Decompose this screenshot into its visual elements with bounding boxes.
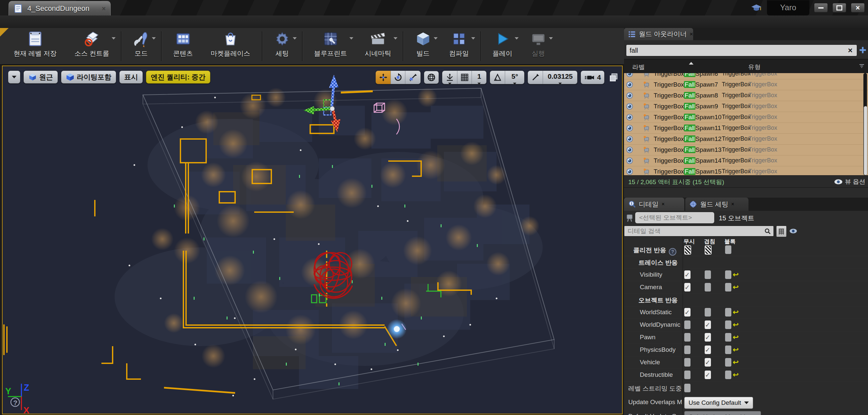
actor-label[interactable]: TriggerBoxFallSpawn10 (654, 114, 721, 121)
selected-object-dropdown[interactable]: <선택된 오브젝트> (635, 212, 714, 223)
save-button[interactable]: 현재 레벨 저장 (5, 28, 65, 64)
compile-button[interactable]: 컴파일 (440, 28, 478, 64)
dropdown-arrow-icon[interactable] (152, 37, 156, 39)
outliner-list[interactable]: TriggerBoxFallSpawn6TriggerBoxTriggerBox… (624, 73, 868, 175)
sort-ascending-icon[interactable] (689, 62, 693, 64)
checkbox-mixed[interactable] (705, 245, 712, 255)
checkbox-on[interactable] (705, 321, 711, 329)
view-mode-button[interactable]: 라이팅포함 (61, 70, 116, 84)
world-local-space-button[interactable] (424, 71, 439, 84)
tab-close-icon[interactable]: × (690, 31, 693, 37)
grid-snap-value-button[interactable]: 1 (472, 71, 486, 84)
viewport-scene[interactable]: Z Y X ? (3, 66, 622, 414)
visibility-eye-icon[interactable] (626, 168, 633, 175)
visibility-eye-icon[interactable] (626, 136, 633, 143)
maximize-viewport-icon[interactable] (609, 72, 619, 82)
reset-to-default-icon[interactable]: ↩ (733, 333, 739, 342)
tab-close-icon[interactable]: × (102, 5, 106, 12)
checkbox-off[interactable] (725, 270, 731, 279)
close-button[interactable]: × (851, 3, 865, 12)
visibility-eye-icon[interactable] (626, 103, 633, 110)
outliner-row[interactable]: TriggerBoxFallSpawn15TriggerBoxTriggerBo… (624, 166, 868, 175)
move-tool-button[interactable] (376, 71, 391, 84)
modes-button[interactable]: 모드 (124, 28, 158, 64)
display-filter-eye-icon[interactable] (789, 228, 797, 234)
outliner-row[interactable]: TriggerBoxFallSpawn7TriggerBoxTriggerBox (624, 79, 868, 90)
checkbox-off[interactable] (705, 283, 711, 292)
outliner-row[interactable]: TriggerBoxFallSpawn10TriggerBoxTriggerBo… (624, 112, 868, 123)
checkbox-on[interactable] (684, 283, 690, 292)
outliner-scrollbar[interactable] (863, 73, 867, 175)
dropdown-arrow-icon[interactable] (349, 37, 353, 39)
reset-to-default-icon[interactable]: ↩ (733, 370, 739, 379)
checkbox-on[interactable] (705, 333, 711, 342)
checkbox-off[interactable] (705, 308, 711, 317)
scale-snap-value-button[interactable]: 0.03125 (543, 71, 577, 84)
checkbox-off[interactable] (725, 321, 731, 329)
reset-to-default-icon[interactable]: ↩ (733, 358, 739, 366)
property-matrix-button[interactable] (776, 226, 787, 237)
rotate-tool-button[interactable] (391, 71, 405, 84)
grid-snap-button[interactable] (457, 71, 472, 84)
checkbox-off[interactable] (725, 358, 731, 366)
visibility-eye-icon[interactable] (626, 73, 633, 78)
view-options-button[interactable]: 뷰 옵션 (834, 178, 865, 186)
tutorial-cap-icon[interactable] (750, 3, 762, 12)
play-button[interactable]: 플레이 (484, 28, 521, 64)
outliner-row[interactable]: TriggerBoxFallSpawn9TriggerBoxTriggerBox (624, 101, 868, 112)
checkbox-off[interactable] (684, 370, 690, 379)
visibility-eye-icon[interactable] (626, 81, 633, 88)
checkbox-off[interactable] (725, 346, 731, 354)
checkbox-off[interactable] (725, 245, 731, 254)
actor-label[interactable]: TriggerBoxFallSpawn6 (654, 73, 718, 78)
help-icon[interactable]: ? (669, 248, 676, 256)
actor-label[interactable]: TriggerBoxFallSpawn14 (654, 157, 721, 165)
tab-close-icon[interactable]: × (731, 201, 734, 207)
actor-label[interactable]: TriggerBoxFallSpawn8 (654, 92, 718, 99)
actor-label[interactable]: TriggerBoxFallSpawn15 (654, 168, 721, 175)
checkbox-on[interactable] (684, 270, 690, 279)
viewport[interactable]: Z Y X ? 원근 라이팅포함 표시 엔진 퀄리티: 중간 (2, 65, 623, 414)
dropdown-arrow-icon[interactable] (394, 37, 398, 39)
checkbox-off[interactable] (684, 333, 690, 342)
dropdown-arrow-icon[interactable] (471, 37, 475, 39)
checkbox-off[interactable] (684, 384, 690, 392)
visibility-eye-icon[interactable] (626, 124, 633, 132)
visibility-eye-icon[interactable] (626, 114, 633, 121)
checkbox-mixed[interactable] (684, 245, 691, 255)
checkbox-off[interactable] (725, 283, 731, 292)
dropdown-arrow-icon[interactable] (293, 37, 297, 39)
cinematics-button[interactable]: 시네마틱 (356, 28, 400, 64)
source-control-button[interactable]: 소스 컨트롤 (65, 28, 118, 64)
outliner-row[interactable]: TriggerBoxFallSpawn12TriggerBoxTriggerBo… (624, 134, 868, 145)
actor-label[interactable]: TriggerBoxFallSpawn7 (654, 81, 718, 88)
actor-label[interactable]: TriggerBoxFallSpawn12 (654, 136, 721, 143)
checkbox-off[interactable] (684, 358, 690, 366)
dropdown-arrow-icon[interactable] (549, 37, 553, 39)
actor-label[interactable]: TriggerBoxFallSpawn13 (654, 146, 721, 153)
checkbox-off[interactable] (684, 321, 690, 329)
checkbox-on[interactable] (705, 370, 711, 379)
marketplace-button[interactable]: 마켓플레이스 (202, 28, 259, 64)
outliner-row[interactable]: TriggerBoxFallSpawn8TriggerBoxTriggerBox (624, 90, 868, 101)
dropdown-arrow-icon[interactable] (112, 37, 116, 39)
rotation-snap-button[interactable] (490, 71, 505, 84)
perspective-button[interactable]: 원근 (23, 70, 58, 84)
build-button[interactable]: 빌드 (406, 28, 440, 64)
camera-speed-button[interactable]: 4 (581, 71, 604, 84)
tab-world-settings[interactable]: 월드 세팅 × (685, 198, 748, 211)
settings-button[interactable]: 세팅 (265, 28, 299, 64)
user-account-badge[interactable]: Yaro (767, 0, 809, 16)
visibility-eye-icon[interactable] (626, 146, 633, 153)
rotation-snap-value-button[interactable]: 5° (505, 71, 524, 84)
restore-button[interactable] (832, 3, 846, 12)
content-button[interactable]: 콘텐츠 (164, 28, 202, 64)
checkbox-on[interactable] (705, 346, 711, 354)
filter-icon[interactable] (859, 64, 865, 68)
details-search-input[interactable] (624, 226, 774, 236)
outliner-search-input[interactable] (626, 47, 844, 54)
column-label[interactable]: 라벨 (632, 63, 645, 71)
checkbox-off[interactable] (705, 270, 711, 279)
tab-details[interactable]: i 디테일 × (624, 198, 684, 211)
clear-search-icon[interactable]: × (844, 46, 857, 55)
